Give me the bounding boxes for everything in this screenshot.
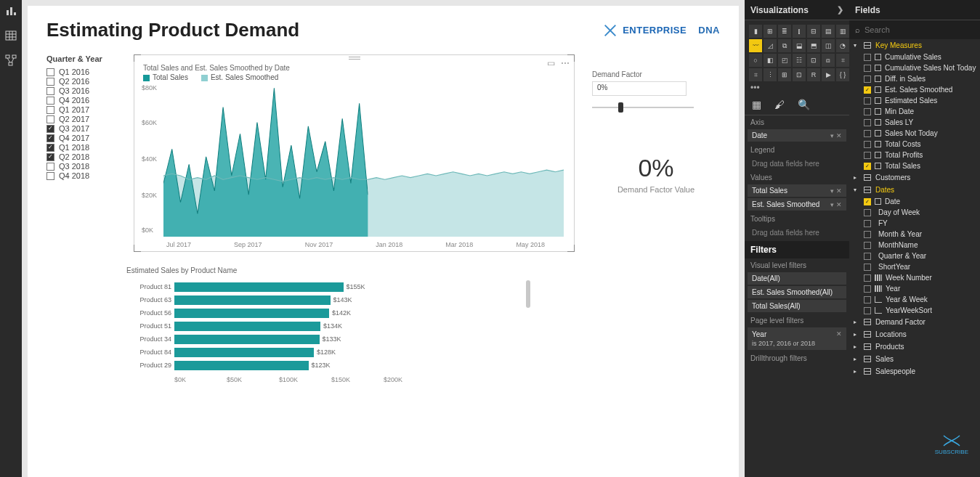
- field-item[interactable]: Diff. in Sales: [849, 73, 980, 84]
- vis-type-icon[interactable]: ⌗: [836, 54, 849, 67]
- vis-type-icon[interactable]: ⧈: [822, 54, 835, 67]
- slicer-item[interactable]: Q2 2018: [46, 152, 126, 161]
- vis-type-icon[interactable]: ◧: [764, 54, 777, 67]
- drag-handle-icon[interactable]: [349, 57, 360, 60]
- report-view-icon[interactable]: [4, 4, 17, 17]
- field-item[interactable]: Sales Not Today: [849, 128, 980, 139]
- field-item[interactable]: Week Number: [849, 272, 980, 283]
- line-chart-visual[interactable]: ▭ ⋯ Total Sales and Est. Sales Smoothed …: [134, 54, 575, 252]
- vis-type-icon[interactable]: ⬒: [807, 39, 820, 52]
- more-visuals-icon[interactable]: •••: [745, 81, 849, 94]
- slicer-item[interactable]: Q1 2018: [46, 143, 126, 152]
- field-checkbox[interactable]: [864, 130, 871, 137]
- vfilter-est-smoothed[interactable]: Est. Sales Smoothed(All): [748, 286, 846, 298]
- checkbox-icon[interactable]: [46, 163, 54, 171]
- visualizations-header[interactable]: Visualizations❯: [745, 0, 849, 20]
- vis-type-icon[interactable]: ⊟: [807, 25, 820, 38]
- values-well-total-sales[interactable]: Total Sales▾ ✕: [748, 184, 846, 197]
- field-checkbox[interactable]: [864, 285, 871, 293]
- slicer-item[interactable]: Q2 2016: [46, 77, 126, 86]
- field-checkbox[interactable]: [864, 152, 871, 159]
- subscribe-badge[interactable]: SUBSCRIBE: [935, 434, 968, 455]
- focus-mode-icon[interactable]: ▭: [547, 58, 555, 68]
- search-input[interactable]: [864, 25, 974, 34]
- field-checkbox[interactable]: [864, 76, 871, 83]
- field-item[interactable]: Quarter & Year: [849, 250, 980, 261]
- field-group-header[interactable]: ▾Key Measures: [849, 39, 980, 52]
- vis-type-icon[interactable]: ⌗: [749, 68, 762, 81]
- field-item[interactable]: Year & Week: [849, 294, 980, 305]
- slicer-item[interactable]: Q1 2017: [46, 105, 126, 114]
- slicer-item[interactable]: Q3 2016: [46, 86, 126, 95]
- vis-type-icon[interactable]: ▤: [822, 25, 835, 38]
- vis-type-icon[interactable]: ⧉: [778, 39, 791, 52]
- field-item[interactable]: Sales LY: [849, 117, 980, 128]
- field-checkbox[interactable]: [864, 264, 871, 271]
- field-group-header[interactable]: ▸Customers: [849, 171, 980, 184]
- slicer-item[interactable]: Q4 2017: [46, 134, 126, 142]
- field-item[interactable]: YearWeekSort: [849, 305, 980, 316]
- pfilter-year[interactable]: Year✕ is 2017, 2016 or 2018: [748, 327, 846, 350]
- checkbox-icon[interactable]: [46, 172, 54, 180]
- field-group-header[interactable]: ▸Products: [849, 341, 980, 353]
- field-item[interactable]: Total Profits: [849, 150, 980, 160]
- field-checkbox[interactable]: [864, 65, 871, 72]
- data-view-icon[interactable]: [4, 29, 17, 42]
- fields-tab-icon[interactable]: ▦: [752, 99, 761, 110]
- field-checkbox[interactable]: [864, 307, 871, 314]
- vis-type-icon[interactable]: 〰: [749, 39, 762, 52]
- model-view-icon[interactable]: [4, 54, 17, 67]
- field-checkbox[interactable]: [864, 97, 871, 105]
- chevron-right-icon[interactable]: ❯: [837, 5, 843, 15]
- field-item[interactable]: Est. Sales Smoothed: [849, 84, 980, 95]
- field-group-header[interactable]: ▸Locations: [849, 328, 980, 341]
- vfilter-total-sales[interactable]: Total Sales(All): [748, 300, 846, 312]
- field-group-header[interactable]: ▾Dates: [849, 184, 980, 196]
- format-tab-icon[interactable]: 🖌: [774, 99, 785, 110]
- vis-type-icon[interactable]: ⫿: [793, 25, 806, 38]
- slicer-item[interactable]: Q2 2017: [46, 115, 126, 123]
- vis-type-icon[interactable]: R: [807, 68, 820, 81]
- bar-chart-visual[interactable]: Product 81Product 63Product 56Product 51…: [126, 280, 533, 372]
- checkbox-icon[interactable]: [46, 78, 54, 86]
- field-checkbox[interactable]: [864, 209, 871, 216]
- field-checkbox[interactable]: [864, 163, 871, 170]
- field-item[interactable]: Date: [849, 196, 980, 207]
- field-checkbox[interactable]: [864, 253, 871, 260]
- field-checkbox[interactable]: [864, 108, 871, 115]
- vis-type-icon[interactable]: ⬓: [793, 39, 806, 52]
- vis-type-icon[interactable]: ◿: [764, 39, 777, 52]
- field-checkbox[interactable]: [864, 54, 871, 61]
- checkbox-icon[interactable]: [46, 106, 54, 114]
- fields-search[interactable]: ⌕: [849, 20, 980, 39]
- vis-type-icon[interactable]: ☷: [793, 54, 806, 67]
- legend-drop-hint[interactable]: Drag data fields here: [745, 157, 849, 171]
- demand-factor-slider[interactable]: [592, 100, 694, 115]
- analytics-tab-icon[interactable]: 🔍: [798, 99, 810, 110]
- vfilter-date[interactable]: Date(All): [748, 272, 846, 285]
- report-canvas[interactable]: Estimating Product Demand ENTERPRISE DNA…: [28, 6, 739, 477]
- field-item[interactable]: Day of Week: [849, 207, 980, 218]
- field-item[interactable]: Min Date: [849, 106, 980, 117]
- field-item[interactable]: Year: [849, 283, 980, 294]
- checkbox-icon[interactable]: [46, 115, 54, 123]
- field-group-header[interactable]: ▸Salespeople: [849, 365, 980, 378]
- vis-type-icon[interactable]: ▮: [749, 25, 762, 38]
- more-options-icon[interactable]: ⋯: [561, 58, 570, 68]
- values-well-est-smoothed[interactable]: Est. Sales Smoothed▾ ✕: [748, 198, 846, 211]
- checkbox-icon[interactable]: [46, 125, 54, 133]
- vis-type-icon[interactable]: ○: [749, 54, 762, 67]
- slicer-item[interactable]: Q1 2016: [46, 68, 126, 76]
- field-item[interactable]: FY: [849, 218, 980, 229]
- field-group-header[interactable]: ▸Demand Factor: [849, 316, 980, 328]
- vis-type-icon[interactable]: ▥: [836, 25, 849, 38]
- slicer-item[interactable]: Q4 2018: [46, 171, 126, 180]
- vis-type-icon[interactable]: ◔: [836, 39, 849, 52]
- field-item[interactable]: Total Costs: [849, 139, 980, 150]
- field-item[interactable]: ShortYear: [849, 261, 980, 272]
- bar-scrollbar[interactable]: [526, 280, 530, 308]
- slicer-item[interactable]: Q3 2018: [46, 162, 126, 171]
- quarter-year-slicer[interactable]: Quarter & Year Q1 2016Q2 2016Q3 2016Q4 2…: [46, 54, 126, 252]
- vis-type-icon[interactable]: { }: [836, 68, 849, 81]
- checkbox-icon[interactable]: [46, 87, 54, 95]
